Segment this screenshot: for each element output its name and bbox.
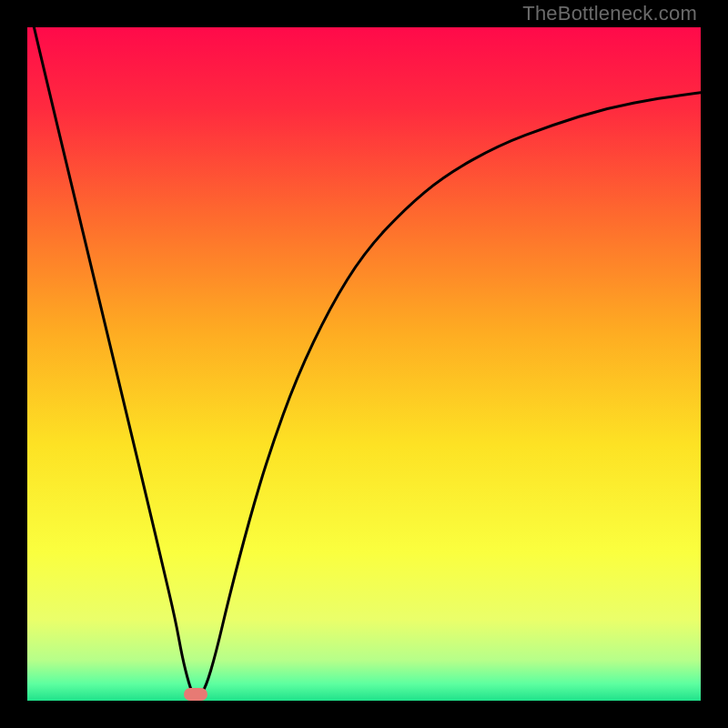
watermark-text: TheBottleneck.com (522, 2, 697, 25)
optimal-marker (184, 688, 207, 701)
chart-frame: TheBottleneck.com (0, 0, 728, 728)
bottleneck-curve (34, 27, 701, 696)
plot-area (27, 27, 701, 701)
curve-svg (27, 27, 701, 701)
